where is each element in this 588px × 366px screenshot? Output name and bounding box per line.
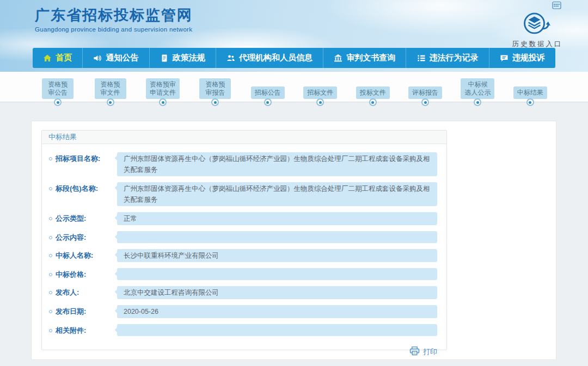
bullet-icon bbox=[49, 273, 52, 276]
step-dot-icon bbox=[526, 98, 534, 106]
step-tender-document[interactable]: 招标文件 bbox=[294, 72, 346, 102]
step-candidate-publicity[interactable]: 中标候 选人公示 bbox=[451, 72, 504, 102]
step-bubble: 中标候 选人公示 bbox=[461, 78, 494, 99]
nav-item-judgment-search[interactable]: 审判文书查询 bbox=[323, 48, 406, 68]
step-bubble: 资格预 审公告 bbox=[42, 78, 74, 99]
nav-item-violation-records[interactable]: 违法行为记录 bbox=[406, 48, 488, 68]
step-bubble: 投标文件 bbox=[356, 86, 390, 99]
main-nav: 首页 通知公告 政策法规 bbox=[33, 48, 555, 68]
field-label: 中标人名称: bbox=[49, 249, 117, 260]
field-label: 公示类型: bbox=[49, 212, 117, 224]
process-steps: 资格预 审公告 资格预 审文件 资格预审 申请文件 资格预 审报告 招标公告 bbox=[32, 72, 556, 102]
bullet-icon bbox=[49, 157, 52, 160]
layers-arrow-icon bbox=[514, 29, 560, 39]
step-dot-icon bbox=[54, 98, 62, 106]
step-bubble: 招标公告 bbox=[251, 86, 285, 99]
step-dot-icon bbox=[316, 98, 324, 106]
bullet-icon bbox=[49, 254, 52, 257]
bullet-icon bbox=[49, 329, 52, 332]
step-prequalification-document[interactable]: 资格预 审文件 bbox=[84, 72, 136, 102]
row-attachments: 相关附件: bbox=[49, 324, 437, 336]
nav-item-notices[interactable]: 通知公告 bbox=[82, 48, 149, 68]
field-label: 标段(包)名称: bbox=[49, 182, 117, 194]
bullet-icon bbox=[49, 310, 52, 313]
step-evaluation-report[interactable]: 评标报告 bbox=[399, 72, 451, 102]
step-bid-document[interactable]: 投标文件 bbox=[346, 72, 399, 102]
site-title: 广东省招标投标监管网 bbox=[35, 5, 193, 25]
step-dot-icon bbox=[369, 98, 377, 106]
field-value: 2020-05-26 bbox=[117, 305, 437, 318]
step-bubble: 资格预审 申请文件 bbox=[146, 78, 180, 99]
step-prequalification-application[interactable]: 资格预审 申请文件 bbox=[137, 72, 189, 102]
step-tender-announcement[interactable]: 招标公告 bbox=[242, 72, 294, 102]
bullet-icon bbox=[49, 187, 52, 190]
nav-label: 违法行为记录 bbox=[430, 53, 479, 63]
row-publisher: 发布人: 北京中交建设工程咨询有限公司 bbox=[49, 286, 437, 299]
bullet-icon bbox=[49, 217, 52, 220]
nav-item-home[interactable]: 首页 bbox=[33, 48, 82, 68]
print-label: 打印 bbox=[423, 347, 437, 357]
printer-icon bbox=[409, 346, 420, 357]
step-bid-result[interactable]: 中标结果 bbox=[504, 72, 556, 102]
step-prequalification-report[interactable]: 资格预 审报告 bbox=[189, 72, 241, 102]
nav-label: 审判文书查询 bbox=[346, 53, 395, 63]
nav-item-policies[interactable]: 政策法规 bbox=[149, 48, 216, 68]
step-dot-icon bbox=[474, 98, 481, 106]
field-value bbox=[117, 268, 437, 280]
document-icon bbox=[160, 54, 169, 63]
content-panel: 中标结果 招标项目名称: 广州东部固体资源再生中心（萝岗福山循环经济产业园）生物… bbox=[31, 121, 556, 360]
step-prequalification-announcement[interactable]: 资格预 审公告 bbox=[32, 72, 84, 102]
comment-icon bbox=[500, 54, 509, 63]
step-bubble: 资格预 审文件 bbox=[95, 78, 126, 99]
nav-label: 代理机构和人员信息 bbox=[239, 53, 313, 63]
field-value: 北京中交建设工程咨询有限公司 bbox=[117, 286, 437, 299]
panel-title: 中标结果 bbox=[42, 131, 446, 144]
row-publicity-content: 公示内容: bbox=[49, 231, 437, 243]
step-dot-icon bbox=[264, 98, 272, 106]
row-project-name: 招标项目名称: 广州东部固体资源再生中心（萝岗福山循环经济产业园）生物质综合处理… bbox=[49, 152, 437, 176]
bid-result-box: 中标结果 招标项目名称: 广州东部固体资源再生中心（萝岗福山循环经济产业园）生物… bbox=[41, 130, 447, 350]
site-subtitle: Guangdong province bidding and supervisi… bbox=[35, 26, 193, 33]
row-section-name: 标段(包)名称: 广州东部固体资源再生中心（萝岗福山循环经济产业园）生物质综合处… bbox=[49, 182, 437, 206]
row-bid-price: 中标价格: bbox=[49, 268, 437, 280]
field-value bbox=[117, 231, 437, 243]
nav-label: 通知公告 bbox=[106, 53, 138, 63]
calendar-icon[interactable] bbox=[552, 1, 561, 9]
row-publish-date: 发布日期: 2020-05-26 bbox=[49, 305, 437, 318]
home-icon bbox=[43, 54, 52, 63]
history-data-entry[interactable]: 历史数据入口 bbox=[502, 11, 573, 49]
step-bubble: 评标报告 bbox=[408, 86, 442, 99]
print-row: 打印 bbox=[42, 345, 446, 357]
site-logo[interactable]: 广东省招标投标监管网 Guangdong province bidding an… bbox=[35, 5, 193, 33]
list-icon bbox=[417, 54, 426, 63]
bullet-icon bbox=[49, 236, 52, 239]
field-label: 发布人: bbox=[49, 286, 117, 297]
field-label: 相关附件: bbox=[49, 324, 117, 336]
field-value bbox=[117, 324, 437, 336]
page-root: 广东省招标投标监管网 Guangdong province bidding an… bbox=[0, 0, 588, 366]
step-dot-icon bbox=[107, 98, 114, 106]
nav-item-complaints[interactable]: 违规投诉 bbox=[489, 48, 555, 68]
step-dot-icon bbox=[421, 98, 429, 106]
step-bubble: 资格预 审报告 bbox=[199, 78, 231, 99]
field-value: 长沙中联重科环境产业有限公司 bbox=[117, 249, 437, 262]
step-bubble: 中标结果 bbox=[513, 86, 547, 99]
nav-label: 政策法规 bbox=[173, 53, 205, 63]
megaphone-icon bbox=[93, 54, 102, 63]
nav-item-agencies[interactable]: 代理机构和人员信息 bbox=[216, 48, 323, 68]
nav-label: 首页 bbox=[56, 53, 72, 63]
row-publicity-type: 公示类型: 正常 bbox=[49, 212, 437, 225]
process-steps-band: 资格预 审公告 资格预 审文件 资格预审 申请文件 资格预 审报告 招标公告 bbox=[0, 72, 588, 102]
step-dot-icon bbox=[211, 98, 219, 106]
people-icon bbox=[226, 54, 235, 63]
field-label: 公示内容: bbox=[49, 231, 117, 243]
field-label: 发布日期: bbox=[49, 305, 117, 317]
field-label: 招标项目名称: bbox=[49, 152, 117, 164]
bank-icon bbox=[334, 54, 342, 63]
field-label: 中标价格: bbox=[49, 268, 117, 280]
field-value: 广州东部固体资源再生中心（萝岗福山循环经济产业园）生物质综合处理厂二期工程成套设… bbox=[117, 182, 437, 206]
print-button[interactable]: 打印 bbox=[409, 346, 437, 357]
row-winner-name: 中标人名称: 长沙中联重科环境产业有限公司 bbox=[49, 249, 437, 262]
bid-result-form: 招标项目名称: 广州东部固体资源再生中心（萝岗福山循环经济产业园）生物质综合处理… bbox=[42, 144, 446, 345]
field-value: 广州东部固体资源再生中心（萝岗福山循环经济产业园）生物质综合处理厂二期工程成套设… bbox=[117, 152, 437, 176]
